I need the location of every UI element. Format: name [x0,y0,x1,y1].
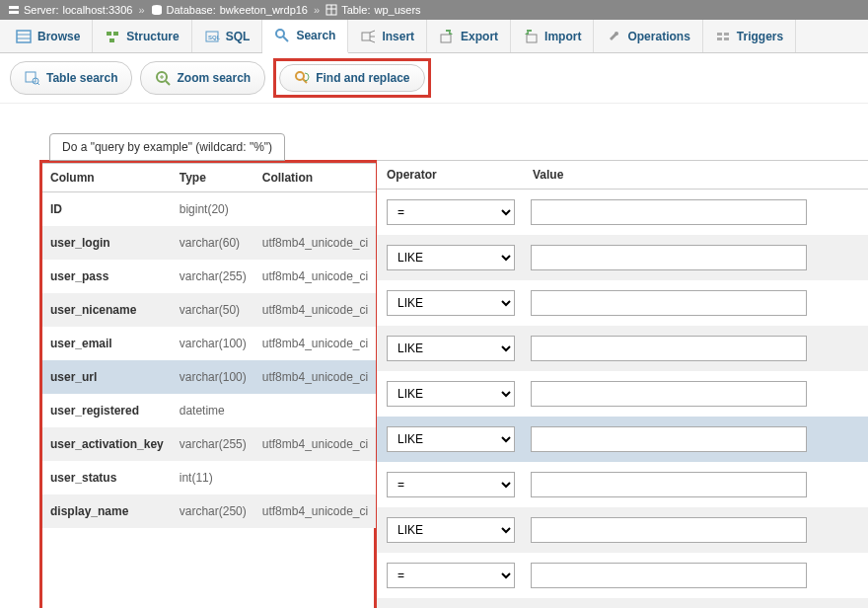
value-input[interactable] [531,563,807,588]
operator-select[interactable]: = [387,199,515,225]
operator-value-table: Operator Value =LIKELIKELIKELIKELIKE=LIK… [377,160,868,608]
operator-cell: = [377,553,525,598]
svg-rect-30 [724,38,729,40]
table-row: LIKE [377,598,868,608]
value-input[interactable] [531,381,807,407]
column-name-cell: user_pass [42,260,172,293]
breadcrumb-db-link[interactable]: bwkeeton_wrdp16 [220,4,308,16]
server-icon [8,4,20,16]
breadcrumb-server-label: Server: [24,4,58,16]
tab-import[interactable]: Import [511,20,594,52]
table-row: user_activation_keyvarchar(255)utf8mb4_u… [42,427,376,461]
table-row: LIKE [377,280,868,326]
browse-icon [16,29,32,44]
tab-insert[interactable]: Insert [348,20,427,52]
svg-point-16 [276,30,284,38]
value-cell [525,190,868,236]
value-cell [525,371,868,417]
operator-value-block: Operator Value =LIKELIKELIKELIKELIKE=LIK… [377,160,868,608]
insert-icon [360,29,376,44]
operator-select[interactable]: LIKE [387,381,515,407]
tab-search[interactable]: Search [262,20,348,53]
column-name-cell: user_login [42,226,172,260]
column-type-cell: varchar(255) [172,427,254,461]
header-column: Column [42,164,172,192]
find-replace-icon [294,70,310,86]
tab-search-label: Search [296,29,335,42]
value-input[interactable] [531,336,807,361]
tab-export[interactable]: Export [427,20,511,52]
operator-select[interactable]: = [387,563,515,588]
svg-rect-0 [9,6,19,9]
column-name-cell: user_nicename [42,293,172,327]
value-input[interactable] [531,426,807,452]
tab-triggers[interactable]: Triggers [703,20,796,52]
database-icon [151,4,163,16]
tab-operations-label: Operations [627,30,689,43]
operator-select[interactable]: LIKE [387,426,515,452]
table-row: user_registereddatetime [42,394,376,427]
column-name-cell: ID [42,192,172,227]
operator-select[interactable]: = [387,472,515,497]
subtab-find-replace[interactable]: Find and replace [279,64,424,92]
sub-tab-bar: Table search Zoom search Find and replac… [0,53,868,104]
value-input[interactable] [531,245,807,270]
svg-rect-1 [9,11,19,14]
table-row: user_passvarchar(255)utf8mb4_unicode_ci [42,260,376,293]
value-input[interactable] [531,517,807,543]
operator-cell: LIKE [377,371,525,417]
zoom-search-icon [155,70,171,86]
column-type-cell: varchar(100) [172,327,254,360]
operator-cell: LIKE [377,417,525,462]
operator-cell: = [377,190,525,236]
operator-select[interactable]: LIKE [387,290,515,316]
tab-sql[interactable]: SQL SQL [192,20,263,52]
subtab-table-search[interactable]: Table search [10,61,132,95]
table-row: user_emailvarchar(100)utf8mb4_unicode_ci [42,327,376,360]
value-cell [525,280,868,326]
structure-icon [105,29,120,44]
tab-structure[interactable]: Structure [93,20,191,52]
value-cell [525,417,868,462]
svg-rect-29 [717,38,722,40]
table-row: IDbigint(20) [42,192,376,227]
tab-operations[interactable]: Operations [594,20,702,52]
operator-select[interactable]: LIKE [387,245,515,270]
breadcrumb-table-link[interactable]: wp_users [374,4,420,16]
value-input[interactable] [531,199,807,225]
svg-text:SQL: SQL [208,35,220,40]
breadcrumb-table-label: Table: [341,4,370,16]
table-row: = [377,190,868,236]
tab-bar: Browse Structure SQL SQL Search Insert E… [0,20,868,53]
svg-rect-27 [717,33,722,36]
search-icon [274,28,290,43]
breadcrumb-server-link[interactable]: localhost:3306 [62,4,132,16]
value-input[interactable] [531,472,807,497]
column-type-cell: varchar(50) [172,293,254,327]
operator-cell: LIKE [377,598,525,608]
column-type-cell: varchar(60) [172,226,254,260]
highlight-find-replace: Find and replace [273,58,430,98]
content-area: Do a "query by example" (wildcard: "%") … [0,104,868,608]
triggers-icon [715,29,731,44]
operator-select[interactable]: LIKE [387,517,515,543]
table-row: LIKE [377,371,868,417]
column-type-cell: varchar(250) [172,494,254,528]
tab-browse[interactable]: Browse [4,20,93,52]
tab-import-label: Import [544,30,581,43]
table-search-icon [25,70,40,86]
operator-select[interactable]: LIKE [387,336,515,361]
column-name-cell: user_url [42,360,172,394]
column-type-cell: varchar(255) [172,260,254,293]
svg-rect-18 [362,33,370,40]
tab-insert-label: Insert [382,30,414,43]
sql-icon: SQL [204,29,220,44]
column-collation-cell: utf8mb4_unicode_ci [254,427,376,461]
svg-line-35 [166,81,170,85]
column-name-cell: user_email [42,327,172,360]
svg-rect-11 [107,32,111,36]
table-row: LIKE [377,417,868,462]
subtab-zoom-search[interactable]: Zoom search [140,61,265,95]
value-input[interactable] [531,290,807,316]
value-cell [525,507,868,553]
